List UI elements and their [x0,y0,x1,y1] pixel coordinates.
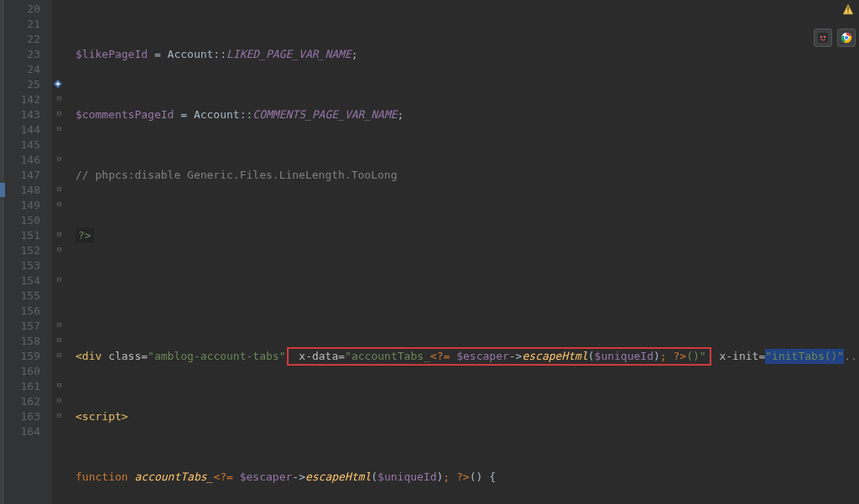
code-line[interactable]: // phpcs:disable Generic.Files.LineLengt… [75,168,859,183]
fold-toggle-icon[interactable]: ⊟ [55,95,63,102]
token-variable: $uniqueId [595,350,653,362]
line-number[interactable]: 149 [12,198,40,213]
line-number[interactable]: 142 [12,92,40,107]
code-editor[interactable]: 20 21 22 23 24 25 142 143 144 145 146 14… [0,0,859,504]
fold-toggle-icon[interactable]: ⊟ [55,246,63,253]
fold-close-icon[interactable]: ⊟ [55,231,63,238]
token-variable: $likePageId [75,47,148,62]
fold-close-icon[interactable]: ⊟ [55,185,63,193]
token-class: Account:: [194,107,252,122]
token-class: Account:: [168,47,226,62]
line-number[interactable]: 153 [12,258,40,273]
token-tag: script [82,409,122,424]
code-line[interactable]: <script> [75,409,859,424]
token-brace: () { [470,470,496,485]
fold-toggle-icon[interactable]: ⊟ [55,110,63,117]
line-number[interactable]: 20 [12,2,40,17]
token-php-open: <?= [430,350,456,362]
fold-close-icon[interactable]: ⊟ [55,321,63,329]
line-number[interactable]: 162 [12,394,40,409]
line-number[interactable]: 148 [12,183,40,198]
folded-indicator[interactable]: ...> [844,349,859,364]
line-number[interactable]: 144 [12,122,40,138]
line-number[interactable]: 143 [12,107,40,122]
line-number[interactable]: 25 [12,77,40,92]
fold-toggle-icon[interactable]: ⊟ [55,200,63,208]
code-line[interactable] [75,288,859,304]
code-line[interactable]: ?> [75,228,859,243]
token-method: escapeHtml [305,470,371,485]
token-string: ()" [686,350,705,362]
code-line[interactable]: $likePageId = Account::LIKED_PAGE_VAR_NA… [75,47,859,62]
token-attr: x-data= [292,350,345,362]
token-keyword: function [75,470,134,485]
warning-icon[interactable] [842,3,854,15]
fold-toggle-icon[interactable]: ⊟ [55,351,63,359]
line-number[interactable]: 154 [12,273,40,288]
override-gutter-icon[interactable] [52,78,64,90]
fold-close-icon[interactable]: ⊟ [55,336,63,344]
browser-preview-button[interactable] [837,29,856,47]
fold-toggle-icon[interactable]: ⊟ [55,155,63,163]
token-string: "amblog-account-tabs" [148,349,285,364]
line-number[interactable]: 157 [12,319,40,334]
token-php-close: ; ?> [660,350,686,362]
token-variable: $commentsPageId [75,107,174,122]
code-line[interactable]: <div class="amblog-account-tabs" x-data=… [75,349,859,364]
token-attr: x-init= [713,349,766,364]
line-number[interactable]: 22 [12,32,40,47]
line-number[interactable]: 158 [12,334,40,349]
token-arrow: -> [509,350,523,362]
fold-toggle-icon[interactable]: ⊟ [55,125,63,132]
line-number[interactable]: 164 [12,424,40,439]
token-fn-name: accountTabs_ [134,470,213,485]
token-tag: > [122,409,128,424]
line-number-gutter[interactable]: 20 21 22 23 24 25 142 143 144 145 146 14… [5,0,52,504]
line-number[interactable]: 150 [12,213,40,228]
fold-toggle-icon[interactable]: ⊟ [55,276,63,283]
svg-point-9 [844,35,848,39]
plugin-icon [817,32,829,44]
token-variable: $escaper [456,350,509,362]
token-constant: LIKED_PAGE_VAR_NAME [226,47,351,62]
token-method: escapeHtml [522,350,587,362]
line-number[interactable]: 161 [12,379,40,394]
code-line[interactable]: $commentsPageId = Account::COMMENTS_PAGE… [75,107,859,122]
token-php-close: ?> [75,228,94,243]
token-string-selected: "initTabs()" [765,349,844,364]
ide-plugin-button[interactable] [814,29,832,47]
token-variable: $escaper [240,470,293,485]
token-paren: ) [437,470,444,485]
token-paren: ( [588,350,595,362]
svg-point-6 [820,36,823,39]
fold-close-icon[interactable]: ⊟ [55,397,63,404]
token-op: = [174,107,193,122]
token-op: = [148,47,167,62]
line-number[interactable]: 21 [12,17,40,32]
line-number[interactable]: 23 [12,47,40,62]
line-number[interactable]: 145 [12,138,40,153]
line-number[interactable]: 147 [12,168,40,183]
code-line[interactable]: function accountTabs_<?= $escaper->escap… [75,470,859,485]
token-php-open: <?= [213,470,239,485]
line-number[interactable]: 163 [12,409,40,424]
code-area[interactable]: $likePageId = Account::LIKED_PAGE_VAR_NA… [70,0,859,504]
line-number[interactable]: 24 [12,62,40,77]
svg-rect-5 [818,33,828,43]
line-number[interactable]: 152 [12,243,40,258]
fold-column[interactable]: ⊟ ⊟ ⊟ ⊟ ⊟ ⊟ ⊟ ⊟ ⊟ ⊟ ⊟ ⊟ ⊟ ⊟ ⊟ ⊟ [52,0,70,504]
line-number[interactable]: 146 [12,153,40,168]
fold-close-icon[interactable]: ⊟ [55,412,63,419]
svg-rect-3 [847,7,848,11]
token-constant: COMMENTS_PAGE_VAR_NAME [252,107,397,122]
floating-toolbar [814,29,856,47]
token-semi: ; [398,107,404,122]
fold-close-icon[interactable]: ⊟ [55,382,63,389]
line-number[interactable]: 155 [12,288,40,304]
svg-rect-4 [847,12,848,13]
line-number[interactable]: 159 [12,349,40,364]
line-number[interactable]: 156 [12,304,40,319]
highlighted-xdata-region: x-data="accountTabs_<?= $escaper->escape… [287,347,711,366]
line-number[interactable]: 151 [12,228,40,243]
line-number[interactable]: 160 [12,364,40,379]
